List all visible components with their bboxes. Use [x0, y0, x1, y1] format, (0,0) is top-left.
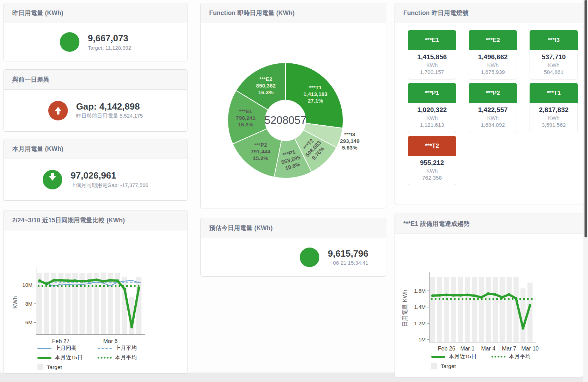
- dashboard-page: { "cards": { "yesterday": { "title": "昨日…: [0, 0, 588, 382]
- arrow-up-icon: [48, 101, 68, 120]
- legend-row: 本月近15日本月平均: [431, 353, 531, 361]
- lamp-tile-E1: ***E11,415,856KWh1,700,157: [408, 30, 456, 79]
- target-swatch-icon: [431, 363, 437, 369]
- card-month-usage: 本月用電量 (KWh) 97,026,961 上個月同期用電Gap: -17,3…: [3, 139, 187, 201]
- yesterday-usage-target: Target: 11,128,992: [88, 45, 131, 51]
- card-lamp-status: Function 昨日用電燈號 ***E11,415,856KWh1,700,1…: [395, 3, 583, 204]
- target-bar: [500, 277, 505, 342]
- lamp-tile-grid: ***E11,415,856KWh1,700,157***E21,496,662…: [395, 23, 583, 185]
- legend-item: 上月平均: [98, 345, 137, 352]
- card-title: 昨日用電量 (KWh): [4, 3, 187, 23]
- target-bar: [451, 277, 456, 342]
- svg-text:Mar 1: Mar 1: [460, 346, 475, 352]
- lamp-tile-value: 1,415,856: [410, 53, 454, 61]
- target-swatch-icon: [37, 364, 43, 370]
- lamp-tile-target: 1,675,939: [470, 69, 515, 75]
- lamp-tile-value: 2,817,832: [531, 106, 576, 114]
- target-bar: [493, 277, 498, 342]
- legend-label: Target: [47, 364, 62, 370]
- legend-row: 本月近15日本月平均: [37, 354, 137, 362]
- legend-label: 本月近15日: [449, 353, 476, 360]
- legend-item: 本月平均: [98, 354, 137, 361]
- comparison-chart-legend: 上月同期上月平均本月近15日本月平均Target: [37, 344, 137, 371]
- card-today-estimate: 預估今日用電量 (KWh) 9,615,796 06-21 15:34:41: [200, 218, 386, 277]
- svg-text:1M: 1M: [418, 336, 426, 342]
- lamp-tile-unit: KWh: [410, 62, 454, 68]
- target-bar: [506, 277, 512, 342]
- lamp-tile-unit: KWh: [470, 115, 515, 121]
- lamp-tile-header: ***T1: [530, 83, 578, 103]
- legend-row: Target: [431, 362, 531, 370]
- donut-chart: ***T11,413,18327.1%***I3293,1495.63%***T…: [201, 23, 387, 209]
- trend-chart-legend: 本月近15日本月平均Target: [431, 353, 531, 370]
- lamp-tile-target: 3,591,562: [531, 122, 576, 128]
- lamp-tile-header: ***P1: [408, 83, 456, 103]
- lamp-tile-body: 1,496,662KWh1,675,939: [469, 50, 517, 79]
- status-green-circle-icon: [300, 248, 319, 267]
- svg-text:Mar 6: Mar 6: [103, 338, 118, 344]
- target-bar: [486, 277, 491, 342]
- svg-text:Feb 27: Feb 27: [52, 338, 70, 344]
- lamp-tile-header: ***E1: [408, 30, 456, 50]
- svg-text:Mar 4: Mar 4: [481, 346, 495, 352]
- estimate-value: 9,615,796: [328, 249, 368, 259]
- target-bar: [465, 277, 470, 342]
- lamp-tile-value: 955,212: [410, 159, 454, 167]
- month-usage-gap: 上個月同期用電Gap: -17,377,566: [71, 182, 148, 189]
- card-title: 2/24~3/10 近15日同期用電量比較 (KWh): [4, 210, 187, 230]
- svg-text:6M: 6M: [25, 319, 33, 325]
- target-bar: [437, 277, 442, 342]
- lamp-tile-unit: KWh: [531, 115, 576, 121]
- blue-dashed-swatch-icon: [98, 348, 112, 349]
- lamp-tile-unit: KWh: [410, 168, 454, 174]
- target-bar: [472, 277, 477, 342]
- legend-label: 本月近15日: [55, 354, 83, 361]
- scrollbar-thumb[interactable]: [585, 0, 587, 237]
- lamp-tile-T1: ***T12,817,832KWh3,591,562: [530, 83, 578, 132]
- estimate-timestamp: 06-21 15:34:41: [328, 260, 368, 266]
- day-gap-value: Gap: 4,142,898: [76, 102, 143, 112]
- arrow-down-icon: [43, 170, 62, 189]
- lamp-tile-header: ***T2: [408, 136, 456, 156]
- vertical-scrollbar[interactable]: [583, 0, 588, 382]
- svg-text:KWh: KWh: [12, 296, 18, 309]
- target-bar: [430, 277, 435, 342]
- lamp-tile-target: 1,700,157: [410, 69, 454, 75]
- lamp-tile-body: 955,212KWh762,358: [408, 156, 456, 185]
- card-title: Function 昨日用電燈號: [395, 3, 583, 23]
- svg-text:Feb 26: Feb 26: [438, 346, 455, 352]
- green-thick-swatch-icon: [431, 356, 445, 358]
- lamp-tile-body: 1,020,322KWh1,121,613: [408, 103, 456, 132]
- lamp-tile-header: ***E2: [469, 30, 517, 50]
- lamp-tile-header: ***I3: [530, 30, 578, 50]
- legend-label: 本月平均: [509, 353, 531, 360]
- card-title: 本月用電量 (KWh): [4, 139, 187, 159]
- card-day-gap: 與前一日差異 Gap: 4,142,898 昨日與前日用電量 5,524,175: [3, 69, 187, 132]
- lamp-tile-value: 1,496,662: [470, 53, 515, 61]
- legend-item: 本月近15日: [431, 353, 491, 360]
- lamp-tile-value: 1,422,557: [470, 106, 515, 114]
- svg-text:Mar 7: Mar 7: [502, 346, 516, 352]
- svg-text:Mar 10: Mar 10: [521, 346, 539, 352]
- svg-text:1.2M: 1.2M: [414, 320, 426, 326]
- card-realtime-donut: Function 即時日用電量 (KWh) ***T11,413,18327.1…: [200, 3, 386, 208]
- card-e1-trend-chart: ***E1 設備用電達成趨勢 1M1.2M1.4M1.6MFeb 26Mar 1…: [395, 214, 583, 377]
- legend-item: Target: [431, 363, 491, 369]
- svg-text:10M: 10M: [22, 282, 33, 288]
- legend-label: 上月同期: [55, 345, 77, 352]
- card-title: ***E1 設備用電達成趨勢: [395, 214, 583, 234]
- svg-text:1.4M: 1.4M: [414, 304, 426, 310]
- lamp-tile-value: 1,020,322: [410, 106, 454, 114]
- lamp-tile-target: 762,358: [410, 175, 454, 181]
- legend-label: 本月平均: [115, 354, 137, 361]
- lamp-tile-P2: ***P21,422,557KWh1,684,092: [469, 83, 517, 132]
- status-green-circle-icon: [60, 32, 79, 52]
- target-bar: [444, 277, 449, 342]
- lamp-tile-value: 537,710: [531, 53, 576, 61]
- card-yesterday-usage: 昨日用電量 (KWh) 9,667,073 Target: 11,128,992: [3, 3, 187, 61]
- card-title: Function 即時日用電量 (KWh): [201, 3, 386, 23]
- blue-solid-swatch-icon: [37, 348, 51, 349]
- green-dotted-swatch-icon: [98, 357, 112, 359]
- lamp-tile-body: 1,415,856KWh1,700,157: [408, 50, 456, 79]
- legend-item: Target: [37, 364, 98, 370]
